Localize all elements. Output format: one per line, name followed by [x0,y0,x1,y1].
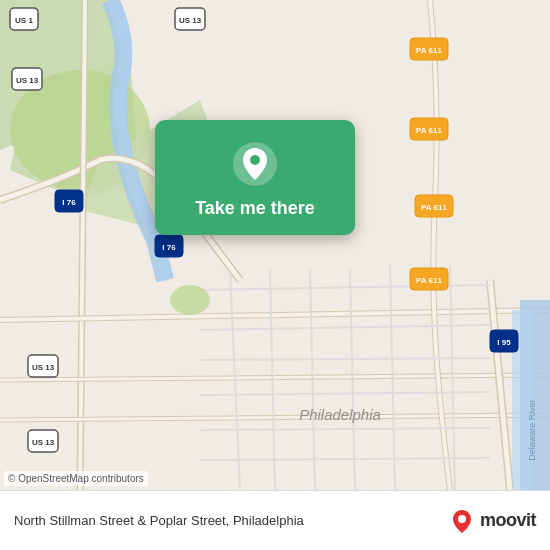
moovit-text: moovit [480,510,536,531]
map-background: US 1 US 13 I 76 I 76 PA 611 PA 611 PA 61… [0,0,550,490]
take-me-there-card[interactable]: Take me there [155,120,355,235]
bottom-bar: North Stillman Street & Poplar Street, P… [0,490,550,550]
svg-text:PA 611: PA 611 [416,46,442,55]
svg-point-57 [250,155,260,165]
moovit-logo: moovit [448,507,536,535]
location-pin-icon [231,140,279,188]
svg-text:US 13: US 13 [32,363,55,372]
svg-text:I 76: I 76 [162,243,176,252]
map-container: US 1 US 13 I 76 I 76 PA 611 PA 611 PA 61… [0,0,550,490]
svg-text:PA 611: PA 611 [416,126,442,135]
svg-text:Philadelphia: Philadelphia [299,406,381,423]
svg-text:I 95: I 95 [497,338,511,347]
svg-text:US 13: US 13 [16,76,39,85]
svg-text:US 1: US 1 [15,16,33,25]
svg-text:US 13: US 13 [179,16,202,25]
address-text: North Stillman Street & Poplar Street, P… [14,513,448,528]
svg-text:Delaware River: Delaware River [527,399,537,461]
svg-text:US 13: US 13 [32,438,55,447]
svg-point-55 [170,285,210,315]
moovit-brand-icon [448,507,476,535]
take-me-there-label: Take me there [195,198,315,219]
svg-point-58 [458,515,466,523]
svg-text:PA 611: PA 611 [416,276,442,285]
osm-attribution: © OpenStreetMap contributors [4,471,148,486]
svg-text:PA 611: PA 611 [421,203,447,212]
svg-text:I 76: I 76 [62,198,76,207]
